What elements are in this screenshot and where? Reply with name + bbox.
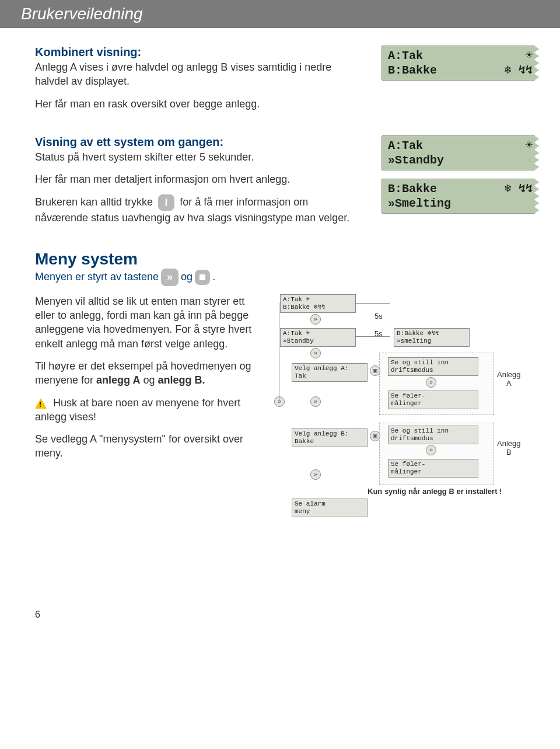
menu-diagram: A:Tak ☀ B:Bakke ❄↯↯ » 5s 5s A:Tak ☀ »Sta… <box>274 294 525 528</box>
display-a-standby: A:Tak☀ »Standby <box>382 135 539 170</box>
diagram-node-velg-b: Velg anlegg B: Bakke <box>292 429 368 447</box>
disp2-a-status: »Standby <box>388 153 444 168</box>
n1-l2: B:Bakke ❄↯↯ <box>283 304 353 311</box>
diagram-node-combined: A:Tak ☀ B:Bakke ❄↯↯ <box>280 294 356 313</box>
meny-intro-a: Menyen er styrt av tastene <box>35 271 159 283</box>
meny-p1: Menyen vil alltid se lik ut enten man st… <box>35 294 257 351</box>
diagram-line <box>355 336 390 337</box>
section2-p1: Status på hvert system skifter etter 5 s… <box>35 150 364 164</box>
nav-icon: » <box>426 445 436 455</box>
diagram-node-a-foler: Se føler- målinger <box>388 391 478 409</box>
next-icon: » <box>161 269 178 286</box>
diagram-footer: Kun synlig når anlegg B er installert ! <box>368 487 502 496</box>
diagram-line <box>279 303 279 402</box>
nav-icon: » <box>310 348 321 358</box>
meny-p2-b: anlegg A <box>96 374 140 386</box>
meny-p2-d: anlegg B. <box>158 374 205 386</box>
section2-p3-a: Brukeren kan alltid trykke <box>35 196 153 208</box>
meny-p2: Til høyre er det eksempel på hovedmenyen… <box>35 359 257 388</box>
n5-l2: driftsmodus <box>391 367 475 374</box>
n6-l2: målinger <box>391 400 475 407</box>
n8-l1: Se og still inn <box>391 427 475 435</box>
disp2-a-sym: ☀ <box>526 138 533 153</box>
diagram-node-a-drift: Se og still inn driftsmodus <box>388 357 478 376</box>
nav-icon: » <box>426 377 436 388</box>
disp1-a-label: A:Tak <box>388 48 423 63</box>
n3-l2: »smelting <box>397 337 467 345</box>
n1-l1: A:Tak ☀ <box>283 296 353 304</box>
n10-l2: meny <box>295 508 365 515</box>
diagram-node-velg-a: Velg anlegg A: Tak <box>292 363 368 382</box>
n10-l1: Se alarm <box>295 500 365 508</box>
section1-p2: Her får man en rask oversikt over begge … <box>35 97 364 111</box>
info-icon: i <box>158 194 174 211</box>
section2-p3: Brukeren kan alltid trykke i for å få me… <box>35 194 364 225</box>
diagram-node-b-drift: Se og still inn driftsmodus <box>388 426 478 444</box>
n9-l1: Se føler- <box>391 461 475 468</box>
warning-icon <box>35 398 47 409</box>
n8-l2: driftsmodus <box>391 435 475 443</box>
5s-label-1: 5s <box>374 312 383 320</box>
enter-icon: ▣ <box>370 431 380 441</box>
meny-warn-text: Husk at bare noen av menyene for hvert a… <box>35 397 240 423</box>
nav-icon: » <box>310 469 321 480</box>
disp1-a-sym: ☀ <box>526 48 533 63</box>
page-number: 6 <box>35 609 539 620</box>
section2-p2: Her får man mer detaljert informasjon om… <box>35 172 364 186</box>
section1-p1: Anlegg A vises i øvre halvdel og anlegg … <box>35 60 364 89</box>
nav-icon: » <box>274 396 285 407</box>
n9-l2: målinger <box>391 468 475 476</box>
section1-title: Kombinert visning: <box>35 46 364 59</box>
stop-icon <box>195 270 210 285</box>
n3-l1: B:Bakke ❄↯↯ <box>397 330 467 337</box>
n4-l2: Tak <box>295 372 365 380</box>
nav-icon: » <box>310 396 321 407</box>
page-header: Brukerveiledning <box>0 0 560 28</box>
diagram-node-alarm: Se alarm meny <box>292 499 368 517</box>
diagram-node-b-foler: Se føler- målinger <box>388 459 478 478</box>
n7-l1: Velg anlegg B: <box>295 430 365 438</box>
diagram-node-a-standby: A:Tak ☀ »Standby <box>280 328 356 347</box>
meny-title: Meny system <box>35 250 539 269</box>
n2-l2: »Standby <box>283 337 353 345</box>
section2-title: Visning av ett system om gangen: <box>35 135 364 149</box>
display-b-smelting: B:Bakke❄ ↯↯ »Smelting <box>382 179 539 214</box>
n7-l2: Bakke <box>295 438 365 445</box>
diagram-line <box>355 303 390 304</box>
meny-intro-dot: . <box>212 271 215 283</box>
anlegg-b-label: Anlegg B <box>497 439 520 457</box>
disp3-b-sym: ❄ ↯↯ <box>505 182 533 196</box>
disp1-b-label: B:Bakke <box>388 63 437 78</box>
disp3-b-status: »Smelting <box>388 196 451 211</box>
disp1-b-sym: ❄ ↯↯ <box>505 63 533 78</box>
display-combined: A:Tak☀ B:Bakke❄ ↯↯ <box>382 46 539 81</box>
meny-intro: Menyen er styrt av tastene » og . <box>35 269 539 286</box>
enter-icon: ▣ <box>370 365 380 376</box>
n4-l1: Velg anlegg A: <box>295 365 365 372</box>
meny-p2-c: og <box>140 374 158 386</box>
anlegg-a-label: Anlegg A <box>497 370 520 388</box>
nav-icon: » <box>310 314 321 325</box>
diagram-node-b-smelting: B:Bakke ❄↯↯ »smelting <box>394 328 470 347</box>
n6-l1: Se føler- <box>391 392 475 400</box>
meny-p3: Se vedlegg A "menysystem" for oversikt o… <box>35 432 257 461</box>
disp3-b-label: B:Bakke <box>388 182 437 196</box>
n5-l1: Se og still inn <box>391 359 475 367</box>
disp2-a-label: A:Tak <box>388 138 423 153</box>
n2-l1: A:Tak ☀ <box>283 330 353 337</box>
meny-intro-og: og <box>181 271 192 283</box>
meny-warn: Husk at bare noen av menyene for hvert a… <box>35 396 257 424</box>
